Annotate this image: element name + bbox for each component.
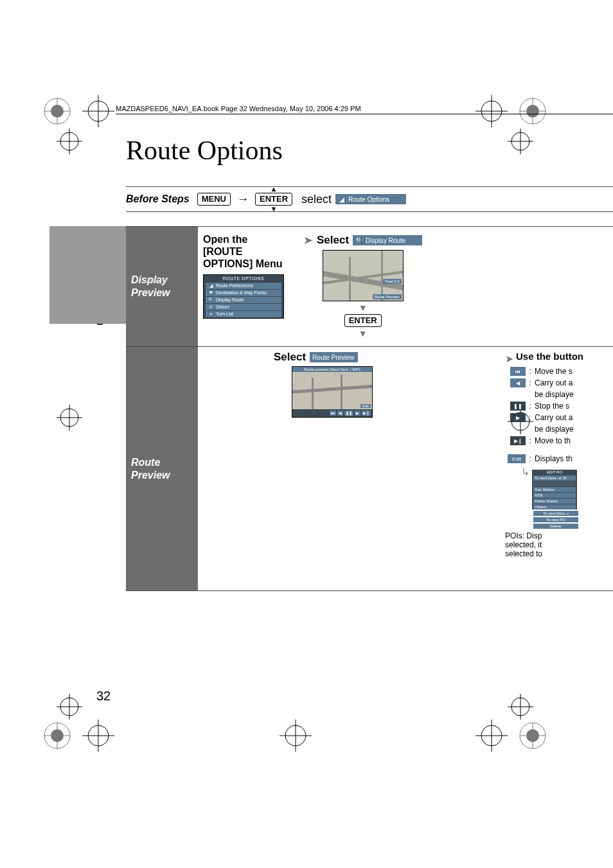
edit-route-panel: EDIT RO To next Dest. or W Gas Station A… xyxy=(532,470,577,509)
heading-line: Open the xyxy=(203,234,247,245)
l-arrow-icon: ↳ xyxy=(505,466,532,529)
edit-panel-button: To next PO xyxy=(533,517,578,522)
reg-mark-icon xyxy=(82,720,114,752)
edit-icon: Edit xyxy=(508,454,526,463)
route-options-tag: ◢ Route Options xyxy=(335,194,406,204)
legend-text: Carry out a xyxy=(535,413,608,422)
rewind-chip: ⏮ xyxy=(330,411,336,416)
pause-icon: ❚❚ xyxy=(510,402,526,411)
screen-row: ↺Detour xyxy=(206,304,281,310)
reg-mark-icon xyxy=(280,720,312,752)
legend-row: ▶ :Carry out a xyxy=(505,413,608,422)
legend-text: Stop the s xyxy=(535,402,608,411)
label-line: Preview xyxy=(131,469,193,482)
menu-key: MENU xyxy=(197,193,231,206)
play-chip: ▶ xyxy=(355,411,360,416)
search-icon: 🔍 xyxy=(355,237,363,244)
detour-icon: ↺ xyxy=(208,305,214,310)
fwd-icon: ▶❙ xyxy=(510,436,526,445)
svg-point-32 xyxy=(44,723,70,748)
edit-panel-subtitle: To next Dest. or W xyxy=(533,475,576,481)
arrow-right-icon: ➤ xyxy=(303,233,313,247)
svg-point-35 xyxy=(51,729,64,742)
svg-point-4 xyxy=(88,101,109,121)
svg-point-48 xyxy=(526,729,539,742)
page-number: 32 xyxy=(96,689,111,704)
svg-point-3 xyxy=(51,105,64,118)
route-icon: ◢ xyxy=(338,196,346,203)
note-line: selected, it xyxy=(505,540,542,549)
down-arrow-icon: ▼ xyxy=(359,328,368,339)
tag-text: Display Route xyxy=(366,237,405,244)
down-arrow-icon: ▼ xyxy=(271,206,278,213)
svg-point-0 xyxy=(44,98,70,124)
note-line: POIs: Disp xyxy=(505,531,542,540)
svg-point-45 xyxy=(520,723,546,748)
page-title: Route Options xyxy=(126,135,283,166)
display-route-map: Total 5.9 Route Preview xyxy=(323,250,404,301)
screen-row: ≡Turn List xyxy=(206,311,281,317)
display-preview-section: Display Preview Open the [ROUTE OPTIONS]… xyxy=(126,227,613,347)
search-icon: 🔍 xyxy=(208,297,214,303)
edit-panel-button: Delete xyxy=(533,524,578,529)
select-word: Select xyxy=(274,351,306,364)
legend-text: be displaye xyxy=(535,390,608,399)
arrow-right-icon: → xyxy=(237,193,249,205)
legend-row: Edit :Displays th xyxy=(505,454,608,463)
label-line: Route xyxy=(131,456,193,469)
edit-chip: Edit xyxy=(360,404,371,408)
reg-mark-icon xyxy=(508,694,533,720)
route-preview-map: Route preview (Next Dest. / WP.) Edit ⏮ … xyxy=(292,366,373,418)
thumb-tab-block xyxy=(49,226,126,324)
screen-row: 🔍Display Route xyxy=(206,297,281,303)
document-header: MAZDASPEED6_NAVI_EA.book Page 32 Wednesd… xyxy=(116,105,613,114)
pois-note: POIs: Disp selected, it selected to xyxy=(505,531,608,558)
screen-title: ROUTE OPTIONS xyxy=(204,275,283,282)
legend-row: be displaye xyxy=(505,390,608,399)
legend-row: be displaye xyxy=(505,425,608,434)
svg-point-39 xyxy=(285,725,306,746)
svg-point-14 xyxy=(60,132,78,150)
row-text: Detour xyxy=(216,305,229,309)
pause-chip: ❚❚ xyxy=(344,411,353,416)
legend-row: ◀ :Carry out a xyxy=(505,378,608,387)
fwd-chip: ▶❙ xyxy=(362,411,371,416)
legend-row: ⏮ :Move the s xyxy=(505,367,608,376)
row-text: Route Preferences xyxy=(216,283,253,288)
enter-key: ENTER xyxy=(255,193,292,206)
total-label: Total 5.9 xyxy=(383,279,402,284)
before-steps-label: Before Steps xyxy=(126,193,190,205)
reg-mark-icon xyxy=(41,720,73,752)
reg-mark-icon xyxy=(508,128,533,154)
legend-text: be displaye xyxy=(535,425,608,434)
route-preview-section: Route Preview Select Route Preview Route… xyxy=(126,347,613,591)
edit-panel-button: To next Dest. o xyxy=(533,511,578,516)
display-route-tag: 🔍 Display Route xyxy=(353,235,422,245)
row-text: Display Route xyxy=(216,297,244,302)
down-arrow-icon: ▼ xyxy=(359,303,368,313)
edit-panel-row xyxy=(533,481,576,486)
svg-point-29 xyxy=(511,698,529,716)
play-icon: ▶ xyxy=(510,413,526,422)
reg-mark-icon xyxy=(475,720,508,752)
reg-mark-icon xyxy=(57,128,82,154)
enter-key-stack: ▲ ENTER ▼ xyxy=(255,186,292,213)
route-options-screen: ROUTE OPTIONS ◢Route Preferences ⚑Destin… xyxy=(203,274,284,319)
label-line: Display xyxy=(131,274,193,287)
legend-text: Displays th xyxy=(535,454,608,463)
route-preview-label: Route Preview xyxy=(126,347,198,590)
open-menu-heading: Open the [ROUTE OPTIONS] Menu xyxy=(203,233,283,270)
list-icon: ≡ xyxy=(208,312,214,316)
row-text: Turn List xyxy=(216,312,233,316)
tag-text: Route Options xyxy=(348,196,389,203)
tag-text: Route Preview xyxy=(312,354,354,361)
row-text: Destination & Way Points xyxy=(216,290,267,295)
display-preview-label: Display Preview xyxy=(126,227,198,346)
svg-point-26 xyxy=(60,698,78,716)
enter-key: ENTER xyxy=(344,314,382,327)
up-arrow-icon: ▲ xyxy=(271,186,278,193)
dest-icon: ⚑ xyxy=(208,290,214,296)
reg-mark-icon xyxy=(41,95,73,127)
heading-line: [ROUTE xyxy=(203,246,242,257)
label-line: Preview xyxy=(131,287,193,299)
